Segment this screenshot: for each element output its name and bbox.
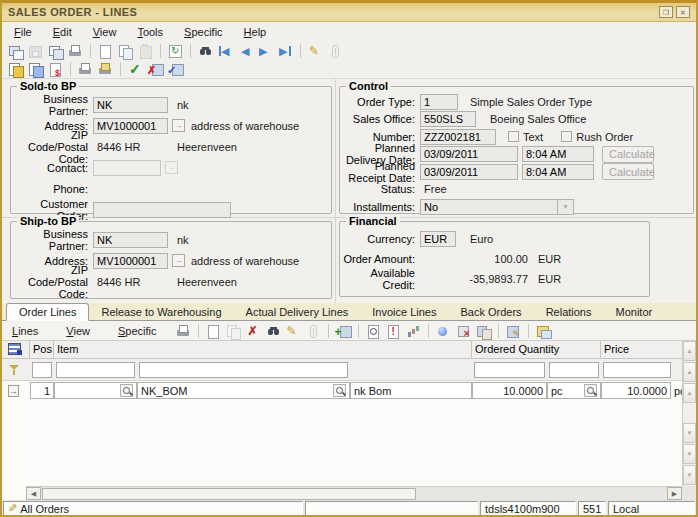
- print-icon[interactable]: [67, 43, 84, 59]
- address-jump-icon[interactable]: →: [172, 119, 185, 132]
- scroll-right-icon[interactable]: ▶: [667, 487, 682, 500]
- ship-to-address-input[interactable]: [93, 253, 168, 269]
- validate-icon[interactable]: [167, 61, 184, 77]
- calculate-delivery-button[interactable]: Calculate: [602, 146, 654, 163]
- scroll-top-icon[interactable]: ▲: [683, 341, 696, 361]
- find-icon[interactable]: [197, 43, 214, 59]
- customer-order-input[interactable]: [93, 202, 231, 218]
- new-doc-icon[interactable]: [97, 43, 114, 59]
- horizontal-scrollbar[interactable]: ◀ ▶: [26, 486, 682, 500]
- components-icon[interactable]: [535, 323, 552, 339]
- duplicate-order-icon[interactable]: [27, 61, 44, 77]
- menu-lines-view[interactable]: View: [64, 324, 92, 338]
- currency-input[interactable]: [420, 231, 456, 247]
- col-header-ordered-quantity[interactable]: Ordered Quantity: [472, 341, 601, 359]
- text-checkbox[interactable]: [508, 131, 519, 142]
- contact-input[interactable]: [93, 160, 161, 176]
- browse-unit-icon[interactable]: [584, 384, 597, 397]
- menu-edit[interactable]: Edit: [51, 25, 74, 39]
- address-jump-icon[interactable]: →: [172, 254, 185, 267]
- cell-item-description[interactable]: nk Bom: [350, 382, 472, 399]
- delete-icon[interactable]: [245, 323, 262, 339]
- menu-view[interactable]: View: [91, 25, 119, 39]
- page-up-icon[interactable]: ▲: [683, 362, 696, 382]
- sold-to-bp-input[interactable]: [93, 97, 168, 113]
- row-down-icon[interactable]: ▼: [683, 423, 696, 443]
- menu-lines[interactable]: Lines: [10, 324, 40, 338]
- item-info-icon[interactable]: [435, 323, 452, 339]
- planned-delivery-time-input[interactable]: [522, 146, 594, 162]
- filter-item-input[interactable]: [139, 362, 348, 378]
- first-record-icon[interactable]: [217, 43, 234, 59]
- find-icon[interactable]: [265, 323, 282, 339]
- filter-unit-input[interactable]: [549, 362, 599, 378]
- close-icon[interactable]: ✕: [676, 6, 690, 18]
- order-number-input[interactable]: [420, 129, 496, 145]
- new-doc-icon[interactable]: [205, 323, 222, 339]
- scroll-bottom-icon[interactable]: ▼: [683, 465, 696, 485]
- col-header-item[interactable]: Item: [54, 341, 472, 359]
- menu-help[interactable]: Help: [242, 25, 269, 39]
- installments-combo[interactable]: ▼: [420, 199, 574, 215]
- print-acknowledgement-icon[interactable]: [97, 61, 114, 77]
- sold-to-address-input[interactable]: [93, 118, 168, 134]
- last-record-icon[interactable]: [277, 43, 294, 59]
- cell-quantity-unit[interactable]: pc: [547, 382, 601, 399]
- order-status-icon[interactable]: [385, 323, 402, 339]
- browse-item-icon[interactable]: [333, 384, 346, 397]
- table-row[interactable]: → 1 NK_BOM nk Bom 10.0000 pc 10.0000 pc: [2, 381, 696, 400]
- cell-pos[interactable]: 1: [30, 382, 54, 399]
- filter-icon[interactable]: [7, 363, 23, 377]
- col-header-pos[interactable]: Pos: [30, 341, 54, 359]
- copy-lines-icon[interactable]: [475, 323, 492, 339]
- planned-receipt-time-input[interactable]: [522, 164, 594, 180]
- order-type-input[interactable]: [420, 94, 458, 110]
- approve-icon[interactable]: [127, 61, 144, 77]
- browse-project-icon[interactable]: [120, 384, 133, 397]
- text-editor-icon[interactable]: [307, 43, 324, 59]
- cell-ordered-quantity[interactable]: 10.0000: [472, 382, 547, 399]
- ship-to-bp-input[interactable]: [93, 232, 168, 248]
- window-icon[interactable]: [7, 43, 24, 59]
- filter-price-input[interactable]: [603, 362, 671, 378]
- insert-line-icon[interactable]: [335, 323, 352, 339]
- tab-monitor[interactable]: Monitor: [603, 304, 664, 320]
- rush-order-checkbox[interactable]: [561, 131, 572, 142]
- refresh-icon[interactable]: [167, 43, 184, 59]
- browse-icon[interactable]: [365, 323, 382, 339]
- cell-item[interactable]: NK_BOM: [137, 382, 350, 399]
- menu-lines-specific[interactable]: Specific: [116, 324, 159, 338]
- cell-project[interactable]: [54, 382, 137, 399]
- calculate-receipt-button[interactable]: Calculate: [602, 163, 654, 180]
- copy-icon[interactable]: [117, 43, 134, 59]
- line-details-icon[interactable]: [505, 323, 522, 339]
- view-selector[interactable]: ✎All Orders: [3, 501, 303, 516]
- tab-order-lines[interactable]: Order Lines: [6, 303, 89, 321]
- cell-price[interactable]: 10.0000: [601, 382, 671, 399]
- menu-file[interactable]: File: [12, 25, 34, 39]
- installments-input[interactable]: [420, 199, 558, 215]
- tab-actual-delivery-lines[interactable]: Actual Delivery Lines: [234, 304, 361, 320]
- row-up-icon[interactable]: ▲: [683, 383, 696, 403]
- page-down-icon[interactable]: ▼: [683, 444, 696, 464]
- chevron-down-icon[interactable]: ▼: [558, 199, 574, 215]
- tab-release-to-warehousing[interactable]: Release to Warehousing: [89, 304, 233, 320]
- generate-icon[interactable]: [455, 323, 472, 339]
- order-amounts-icon[interactable]: [47, 61, 64, 77]
- expand-row-icon[interactable]: →: [8, 385, 19, 397]
- scroll-left-icon[interactable]: ◀: [26, 487, 41, 500]
- planned-receipt-date-input[interactable]: [420, 164, 518, 180]
- print-icon[interactable]: [175, 323, 192, 339]
- planned-delivery-date-input[interactable]: [420, 146, 518, 162]
- tab-relations[interactable]: Relations: [534, 304, 604, 320]
- delete-lines-icon[interactable]: [147, 61, 164, 77]
- menu-tools[interactable]: Tools: [135, 25, 165, 39]
- next-record-icon[interactable]: [257, 43, 274, 59]
- text-editor-icon[interactable]: [285, 323, 302, 339]
- tab-invoice-lines[interactable]: Invoice Lines: [360, 304, 448, 320]
- tab-back-orders[interactable]: Back Orders: [448, 304, 533, 320]
- sales-office-input[interactable]: [420, 111, 476, 127]
- menu-specific[interactable]: Specific: [182, 25, 225, 39]
- copy-order-icon[interactable]: [7, 61, 24, 77]
- filter-pos-input[interactable]: [32, 362, 52, 378]
